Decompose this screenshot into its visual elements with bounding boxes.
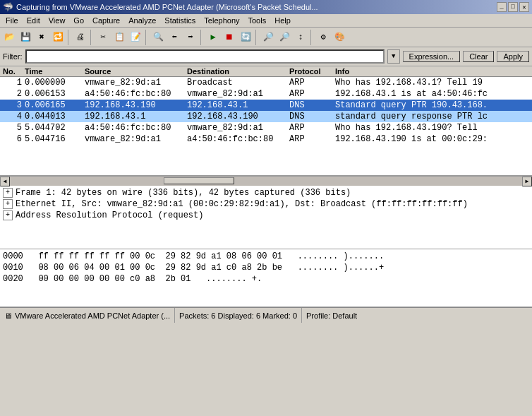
detail-expand-button[interactable]: + <box>3 210 13 220</box>
status-adapter: 🖥 VMware Accelerated AMD PCNet Adapter (… <box>0 308 175 323</box>
detail-expand-button[interactable]: + <box>3 199 13 209</box>
cell-time: 0.006153 <box>25 89 85 99</box>
close-button[interactable]: ✕ <box>519 2 529 12</box>
forward-button[interactable]: ➡ <box>183 30 198 45</box>
zoom-out-button[interactable]: 🔎 <box>277 30 292 45</box>
menu-item-view[interactable]: View <box>44 15 70 26</box>
cell-time: 0.044013 <box>25 112 85 121</box>
table-row[interactable]: 55.044702a4:50:46:fc:bc:80vmware_82:9d:a… <box>0 122 532 133</box>
cell-dest: vmware_82:9d:a1 <box>187 89 289 99</box>
expression-button[interactable]: Expression... <box>403 51 461 62</box>
menu-item-help[interactable]: Help <box>270 15 295 26</box>
col-header-no: No. <box>0 67 25 76</box>
menu-item-capture[interactable]: Capture <box>88 15 124 26</box>
coloring-rules-button[interactable]: 🎨 <box>332 30 347 45</box>
menu-item-telephony[interactable]: Telephony <box>200 15 243 26</box>
restart-capture-button[interactable]: 🔄 <box>238 30 253 45</box>
minimize-button[interactable]: _ <box>497 2 507 12</box>
toolbar-separator <box>90 30 93 45</box>
packet-list: No. Time Source Destination Protocol Inf… <box>0 66 532 176</box>
cell-source: vmware_82:9d:a1 <box>85 78 187 88</box>
cell-time: 0.000000 <box>25 78 85 88</box>
find-button[interactable]: 🔍 <box>150 30 166 45</box>
table-row[interactable]: 40.044013192.168.43.1192.168.43.190DNSst… <box>0 111 532 122</box>
scroll-left-button[interactable]: ◀ <box>0 177 10 186</box>
cell-no: 6 <box>0 134 25 144</box>
start-capture-button[interactable]: ▶ <box>205 30 221 45</box>
detail-text: Address Resolution Protocol (request) <box>16 210 203 221</box>
adapter-text: VMware Accelerated AMD PCNet Adapter (..… <box>15 311 170 320</box>
cell-dest: 192.168.43.190 <box>187 112 289 121</box>
cell-time: 5.044716 <box>25 134 85 144</box>
stop-capture-button[interactable]: ⏹ <box>222 30 237 45</box>
cell-source: a4:50:46:fc:bc:80 <box>85 89 187 99</box>
scroll-track[interactable] <box>10 177 522 186</box>
copy-button[interactable]: 📋 <box>111 30 127 45</box>
table-row[interactable]: 30.006165192.168.43.190192.168.43.1DNSSt… <box>0 100 532 111</box>
cell-source: 192.168.43.190 <box>85 100 187 110</box>
menu-item-analyze[interactable]: Analyze <box>124 15 160 26</box>
reload-button[interactable]: 🔁 <box>50 30 66 45</box>
cell-info: 192.168.43.1 is at a4:50:46:fc <box>335 89 532 99</box>
hex-row: 0010 08 00 06 04 00 01 00 0c 29 82 9d a1… <box>3 262 529 273</box>
menu-item-edit[interactable]: Edit <box>23 15 44 26</box>
cell-info: 192.168.43.190 is at 00:0c:29: <box>335 134 532 144</box>
detail-panel: +Frame 1: 42 bytes on wire (336 bits), 4… <box>0 186 532 249</box>
auto-scroll-button[interactable]: ↕ <box>293 30 308 45</box>
scroll-right-button[interactable]: ▶ <box>522 177 532 186</box>
cell-time: 0.006165 <box>25 100 85 110</box>
apply-button[interactable]: Apply <box>497 51 529 62</box>
table-row[interactable]: 10.000000vmware_82:9d:a1BroadcastARPWho … <box>0 77 532 88</box>
horizontal-scrollbar[interactable]: ◀ ▶ <box>0 176 532 186</box>
title-text: Capturing from VMware Accelerated AMD PC… <box>16 3 318 11</box>
filter-input[interactable] <box>25 49 385 64</box>
table-row[interactable]: 65.044716vmware_82:9d:a1a4:50:46:fc:bc:8… <box>0 133 532 145</box>
hex-panel: 0000 ff ff ff ff ff ff 00 0c 29 82 9d a1… <box>0 249 532 307</box>
options-button[interactable]: ⚙ <box>315 30 331 45</box>
menu-item-go[interactable]: Go <box>69 15 88 26</box>
cell-time: 5.044702 <box>25 123 85 133</box>
cell-protocol: ARP <box>289 89 335 99</box>
close-file-button[interactable]: ✖ <box>34 30 49 45</box>
toolbar-separator <box>145 30 148 45</box>
cell-no: 5 <box>0 123 25 133</box>
filter-bar: Filter: ▼ Expression... Clear Apply <box>0 47 532 66</box>
adapter-icon: 🖥 <box>4 311 12 320</box>
toolbar-separator <box>255 30 258 45</box>
menu-item-tools[interactable]: Tools <box>244 15 271 26</box>
toolbar-separator <box>310 30 313 45</box>
cell-protocol: DNS <box>289 112 335 121</box>
cut-button[interactable]: ✂ <box>95 30 111 45</box>
cell-source: a4:50:46:fc:bc:80 <box>85 123 187 133</box>
col-header-protocol: Protocol <box>289 67 335 76</box>
cell-protocol: DNS <box>289 100 335 110</box>
hex-row: 0000 ff ff ff ff ff ff 00 0c 29 82 9d a1… <box>3 251 529 262</box>
save-file-button[interactable]: 💾 <box>18 30 33 45</box>
cell-source: 192.168.43.1 <box>85 112 187 121</box>
col-header-dest: Destination <box>187 67 289 76</box>
filter-dropdown-button[interactable]: ▼ <box>387 49 400 64</box>
cell-dest: a4:50:46:fc:bc:80 <box>187 134 289 144</box>
cell-source: vmware_82:9d:a1 <box>85 134 187 144</box>
detail-expand-button[interactable]: + <box>3 188 13 198</box>
open-file-button[interactable]: 📂 <box>1 30 17 45</box>
cell-dest: vmware_82:9d:a1 <box>187 123 289 133</box>
print-button[interactable]: 🖨 <box>73 30 88 45</box>
table-row[interactable]: 20.006153a4:50:46:fc:bc:80vmware_82:9d:a… <box>0 88 532 100</box>
maximize-button[interactable]: □ <box>508 2 518 12</box>
col-header-time: Time <box>25 67 85 76</box>
cell-no: 4 <box>0 112 25 121</box>
cell-dest: 192.168.43.1 <box>187 100 289 110</box>
menu-item-file[interactable]: File <box>1 15 23 26</box>
cell-info: Standard query PTR 190.43.168. <box>335 100 532 110</box>
title-left: 🦈 Capturing from VMware Accelerated AMD … <box>3 2 318 13</box>
detail-row: +Address Resolution Protocol (request) <box>3 210 529 221</box>
hex-row: 0020 00 00 00 00 00 00 c0 a8 2b 01 .....… <box>3 273 529 285</box>
scroll-thumb[interactable] <box>164 177 234 184</box>
menu-item-statistics[interactable]: Statistics <box>160 15 200 26</box>
clear-button[interactable]: Clear <box>463 51 494 62</box>
paste-button[interactable]: 📝 <box>128 30 143 45</box>
zoom-in-button[interactable]: 🔎 <box>260 30 276 45</box>
back-button[interactable]: ⬅ <box>167 30 182 45</box>
cell-info: Who has 192.168.43.190? Tell <box>335 123 532 133</box>
